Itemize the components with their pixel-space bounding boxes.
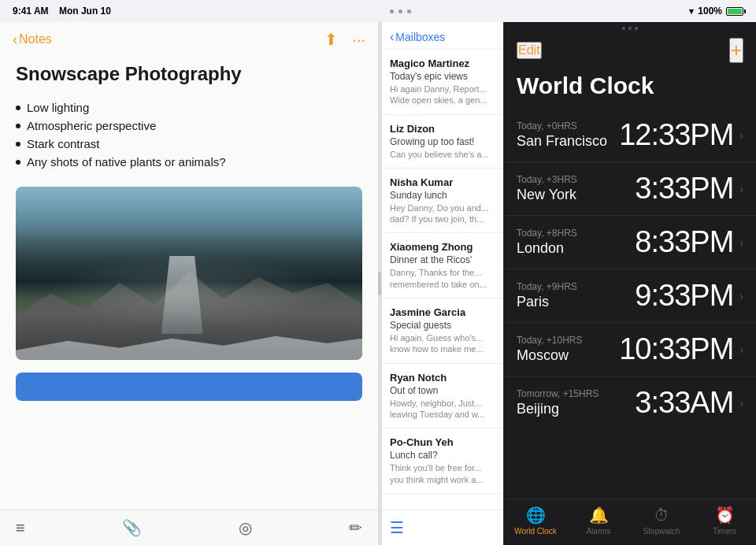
share-icon[interactable]: ⬆	[324, 30, 338, 49]
mail-item-1[interactable]: Liz Dizon Growing up too fast! Can you b…	[382, 115, 503, 169]
notes-back-label: Notes	[19, 32, 52, 46]
mail-sender: Magico Martinez	[390, 57, 495, 69]
bullet-icon	[16, 124, 20, 128]
clock-item-5[interactable]: Tomorrow, +15HRS Beijing 3:33AM ›	[504, 376, 756, 429]
clock-offset: Today, +3HRS	[517, 174, 577, 185]
mail-sender: Nisha Kumar	[390, 176, 495, 188]
mail-item-4[interactable]: Jasmine Garcia Special guests Hi again. …	[382, 298, 503, 364]
list-icon[interactable]: ≡	[16, 519, 25, 537]
more-icon[interactable]: ···	[352, 31, 365, 49]
clock-list: Today, +0HRS San Francisco 12:33PM › Tod…	[504, 109, 756, 499]
mail-compose-icon[interactable]: ☰	[390, 518, 404, 537]
notes-bullets: Low lighting Atmospheric perspective Sta…	[16, 98, 362, 171]
clock-offset: Today, +9HRS	[517, 281, 577, 292]
mail-sender: Liz Dizon	[390, 123, 495, 135]
panel-divider-1	[378, 22, 381, 545]
drag-dot-2	[628, 27, 632, 30]
clock-offset: Tomorrow, +15HRS	[517, 388, 598, 399]
location-icon[interactable]: ◎	[239, 518, 252, 537]
bullet-icon	[16, 142, 20, 146]
tab-alarms-label: Alarms	[586, 527, 610, 536]
bullet-icon	[16, 160, 20, 165]
clock-time: 10:33PM	[619, 332, 733, 366]
bullet-item: Low lighting	[16, 98, 362, 117]
tab-alarms[interactable]: 🔔 Alarms	[567, 506, 630, 536]
status-bar: 9:41 AM Mon Jun 10 ▾ 100%	[0, 0, 756, 22]
mail-subject: Sunday lunch	[390, 190, 495, 201]
mail-subject: Special guests	[390, 320, 495, 331]
clock-title: World Clock	[504, 69, 756, 109]
mail-item-5[interactable]: Ryan Notch Out of town Howdy, neighbor, …	[382, 364, 503, 429]
clock-item-2[interactable]: Today, +8HRS London 8:33PM ›	[504, 216, 756, 269]
clock-time: 3:33AM	[635, 386, 733, 420]
tab-timers[interactable]: ⏰ Timers	[693, 506, 756, 536]
notes-actions: ⬆ ···	[324, 30, 365, 49]
bullet-item: Atmospheric perspective	[16, 117, 362, 135]
mail-subject: Lunch call?	[390, 450, 495, 461]
attachment-icon[interactable]: 📎	[122, 518, 142, 537]
bullet-item: Stark contrast	[16, 135, 362, 153]
notes-nav: ‹ Notes ⬆ ···	[0, 22, 378, 54]
clock-info: Today, +8HRS London	[517, 228, 577, 257]
clock-item-1[interactable]: Today, +3HRS New York 3:33PM ›	[504, 162, 756, 216]
clock-city: Beijing	[517, 401, 598, 417]
tab-world-clock[interactable]: 🌐 World Clock	[504, 506, 567, 536]
clock-add-button[interactable]: +	[729, 38, 743, 63]
mail-preview: Danny, Thanks for the... remembered to t…	[390, 267, 495, 290]
mail-sender: Xiaomeng Zhong	[390, 241, 495, 253]
compose-icon[interactable]: ✏	[349, 518, 362, 537]
status-time: 9:41 AM Mon Jun 10	[13, 6, 111, 17]
mail-panel: ‹ Mailboxes Magico Martinez Today's epic…	[381, 22, 503, 545]
mail-sender: Po-Chun Yeh	[390, 436, 495, 448]
clock-info: Today, +10HRS Moscow	[517, 335, 583, 364]
world-clock-icon: 🌐	[526, 506, 546, 525]
mail-preview: Hey Danny, Do you and... dad? If you two…	[390, 202, 495, 225]
chevron-right-icon: ›	[739, 397, 743, 410]
notes-back-button[interactable]: ‹ Notes	[13, 32, 52, 48]
mail-subject: Out of town	[390, 385, 495, 396]
mail-sender: Ryan Notch	[390, 372, 495, 384]
clock-city: Moscow	[517, 347, 583, 364]
notes-panel: ‹ Notes ⬆ ··· Snowscape Photography Low …	[0, 22, 378, 545]
mail-subject: Growing up too fast!	[390, 136, 495, 147]
status-dots	[390, 9, 411, 13]
chevron-right-icon: ›	[739, 129, 743, 142]
mail-preview: Hi again Danny, Report... Wide open skie…	[390, 83, 495, 106]
notes-blue-bar	[16, 373, 362, 401]
clock-offset: Today, +0HRS	[517, 120, 607, 132]
chevron-right-icon: ›	[739, 290, 743, 302]
mail-preview: Howdy, neighbor, Just... leaving Tuesday…	[390, 398, 495, 421]
wifi-icon: ▾	[689, 6, 694, 17]
chevron-right-icon: ›	[739, 183, 743, 195]
mail-back-button[interactable]: ‹ Mailboxes	[390, 30, 495, 44]
drag-dot-3	[635, 27, 638, 30]
clock-item-3[interactable]: Today, +9HRS Paris 9:33PM ›	[504, 269, 756, 323]
clock-time: 8:33PM	[635, 225, 733, 259]
clock-item-4[interactable]: Today, +10HRS Moscow 10:33PM ›	[504, 323, 756, 376]
bullet-item: Any shots of native plants or animals?	[16, 153, 362, 171]
drag-dots	[622, 27, 638, 30]
clock-panel: Edit + World Clock Today, +0HRS San Fran…	[503, 22, 756, 545]
tab-stopwatch[interactable]: ⏱ Stopwatch	[630, 506, 693, 536]
mail-preview: Can you believe she's a...	[390, 149, 495, 160]
mail-item-2[interactable]: Nisha Kumar Sunday lunch Hey Danny, Do y…	[382, 169, 503, 234]
clock-item-0[interactable]: Today, +0HRS San Francisco 12:33PM ›	[504, 109, 756, 162]
dot-2	[398, 9, 402, 13]
clock-time-area: 8:33PM ›	[635, 225, 743, 259]
clock-nav: Edit +	[504, 35, 756, 69]
mail-list: Magico Martinez Today's epic views Hi ag…	[382, 50, 503, 510]
notes-toolbar: ≡ 📎 ◎ ✏	[0, 510, 378, 545]
clock-city: London	[517, 240, 577, 257]
mail-item-3[interactable]: Xiaomeng Zhong Dinner at the Ricos' Dann…	[382, 233, 503, 298]
clock-time-area: 3:33AM ›	[635, 386, 743, 420]
clock-time: 12:33PM	[619, 118, 733, 152]
mail-item-0[interactable]: Magico Martinez Today's epic views Hi ag…	[382, 50, 503, 115]
clock-edit-button[interactable]: Edit	[517, 42, 542, 59]
clock-time-area: 10:33PM ›	[619, 332, 743, 366]
tab-world-clock-label: World Clock	[514, 527, 557, 536]
mail-back-chevron-icon: ‹	[390, 30, 394, 44]
clock-info: Today, +3HRS New York	[517, 174, 577, 203]
mail-preview: Think you'll be free for... you think mi…	[390, 462, 495, 485]
mail-item-6[interactable]: Po-Chun Yeh Lunch call? Think you'll be …	[382, 428, 503, 494]
clock-city: Paris	[517, 294, 577, 310]
